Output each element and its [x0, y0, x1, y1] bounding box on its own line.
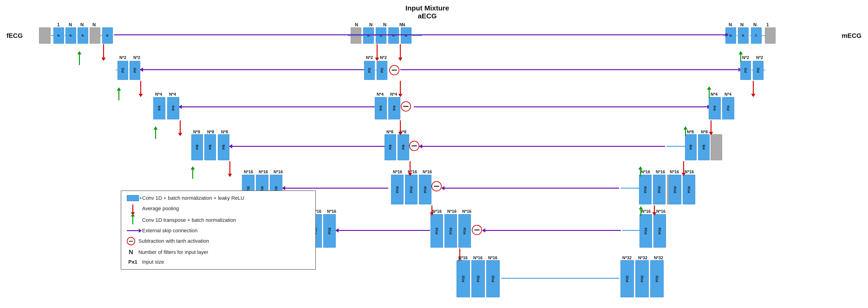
- label-N16-center-3: N*16: [423, 170, 432, 175]
- avgpool-c-r5-head: [408, 173, 412, 176]
- avgpool-center-r2: [400, 44, 401, 58]
- label-N-r1-l4: N: [92, 22, 96, 27]
- avgpool-c-r5: [410, 161, 410, 173]
- avgpool-r2-r3-left-head: [138, 94, 143, 97]
- conv-block-r3-l1: P/4: [153, 97, 165, 119]
- label-N8-right-1: N*8: [687, 130, 694, 134]
- conv-block-r5-c1: P/16: [391, 175, 404, 205]
- label-N8-right-2: N*8: [701, 130, 708, 134]
- avgpool-r2-r3-left: [140, 81, 141, 94]
- label-N2-r2-l2: N*2: [133, 55, 140, 60]
- gray-block-right-end: [765, 27, 776, 44]
- conv-block-r4-l1: P/8: [191, 134, 203, 160]
- label-N16-r5-l1: N*16: [244, 170, 253, 175]
- ha-r1-l0: [51, 35, 54, 36]
- skip-r2-left: [141, 69, 364, 70]
- avgpool-c-r3: [400, 81, 401, 94]
- conv-block-center-2: P: [376, 27, 386, 44]
- skip-r2-right: [400, 69, 740, 70]
- skip-r6-left: [337, 230, 430, 231]
- avgpool-r1-r2-left: [103, 44, 104, 58]
- ha-r1-l2: [77, 35, 78, 36]
- legend-item-subtract: Subtraction with tanh activation: [127, 237, 310, 245]
- convtrans-r5-right-head: [638, 166, 643, 170]
- subtract-circle-r4: [409, 141, 420, 151]
- label-N-center-3: N: [383, 22, 386, 27]
- label-N4-center-1: N*4: [377, 92, 383, 97]
- main-title: Input Mixture aECG: [360, 4, 495, 20]
- mecg-label: mECG: [841, 32, 862, 39]
- conv-block-right-2: P: [738, 27, 749, 44]
- avgpool-right-r4-head: [709, 132, 713, 135]
- skip-r5-right-head: [441, 186, 444, 190]
- ha-r1-c2: [387, 35, 389, 36]
- legend-item-P: Px1 Input size: [127, 259, 310, 265]
- conv-block-r7-3: P/32: [486, 260, 500, 297]
- conv-block-r4-c1: P/8: [384, 134, 396, 160]
- label-N-r1-l2: N: [69, 22, 72, 27]
- ha-r2-c1: [375, 70, 377, 70]
- label-N16-right-r6-2: N*16: [656, 209, 665, 214]
- avgpool-c-r4: [400, 120, 401, 132]
- conv-block-r2-c1: P/2: [364, 61, 375, 80]
- label-N32-right-3: N*32: [654, 255, 663, 260]
- skip-r5-left-head: [282, 186, 285, 190]
- convtrans-r6-right-head: [639, 206, 643, 210]
- skip-r6-right-head: [482, 228, 485, 233]
- avgpool-c-r6: [431, 205, 432, 213]
- convtrans-r4-left-head: [154, 126, 158, 130]
- ha-r1-c3: [412, 35, 422, 36]
- skip-r3-right: [414, 106, 709, 107]
- skip-r2-left-head: [140, 68, 143, 72]
- subtract-circle-r2: [389, 65, 399, 75]
- conv-block-center-3: P: [388, 27, 399, 44]
- conv-block-r3-right-1: P/4: [709, 97, 721, 119]
- convtrans-r2-left-head: [77, 51, 82, 54]
- label-N-center-1: N: [355, 22, 358, 27]
- label-1-top: 1: [57, 22, 60, 27]
- avgpool-c-down: [377, 44, 378, 58]
- skip-r3-left: [180, 106, 380, 107]
- label-N-right-1: N: [729, 22, 732, 27]
- label-N4-r3-l1: N*4: [155, 92, 162, 97]
- avgpool-right-r5-head: [682, 173, 686, 176]
- conv-block-r4-l2: P/8: [204, 134, 216, 160]
- conv-block-r7-right-2: P/32: [635, 260, 649, 297]
- ha-r2-r0: [738, 70, 741, 70]
- skip-r4-right: [420, 146, 665, 147]
- label-N32-right-2: N*32: [638, 255, 647, 260]
- label-N16-bot-2: N*16: [473, 255, 483, 260]
- conv-block-r6-right-1: P/16: [640, 214, 652, 248]
- label-N2-right-2: N*2: [756, 55, 763, 60]
- conv-block-r2-c2: P/2: [377, 61, 387, 80]
- conv-block-r7-right-3: P/32: [650, 260, 664, 297]
- label-N2-r2-l1: N*2: [119, 55, 126, 60]
- skip-r5-left: [283, 188, 388, 189]
- label-N-r1-l3: N: [80, 22, 84, 27]
- conv-block-r2-right-2: P/2: [753, 61, 764, 80]
- legend-box: Conv 1D + batch normalization + leaky Re…: [121, 190, 316, 270]
- conv-block-r5-right-2: P/16: [653, 175, 665, 205]
- gray-block-r1-l4: [90, 27, 100, 44]
- ha-r1-l1: [65, 35, 66, 36]
- conv-block-r4-right-1: P/8: [685, 134, 696, 160]
- conv-block-r7-1: P/32: [457, 260, 470, 297]
- avgpool-c-r3-head: [398, 94, 402, 97]
- label-N16-bot-1: N*16: [458, 255, 468, 260]
- label-N-right-3: N: [753, 22, 756, 27]
- conv-block-r2-right-1: P/2: [740, 61, 751, 80]
- avgpool-r4-r5-left-head: [228, 174, 232, 177]
- conv-block-r4-right-2: P/8: [698, 134, 710, 160]
- label-N2-center-1: N*2: [366, 55, 373, 60]
- conv-block-center-1: P: [363, 27, 374, 44]
- conv-block-r3-c1: P/4: [375, 97, 387, 119]
- conv-block-r4-c2: P/8: [398, 134, 409, 160]
- subtract-circle-r3: [401, 101, 411, 112]
- conv-block-r3-right-2: P/4: [722, 97, 734, 119]
- fecg-label: fECG: [6, 32, 23, 39]
- label-N8-r4-l3: N*8: [221, 130, 228, 134]
- avgpool-right-r3: [753, 81, 754, 94]
- avgpool-c-down-head: [375, 58, 379, 61]
- conv-block-r5-c2: P/16: [405, 175, 417, 205]
- ha-r1-c0: [348, 35, 364, 36]
